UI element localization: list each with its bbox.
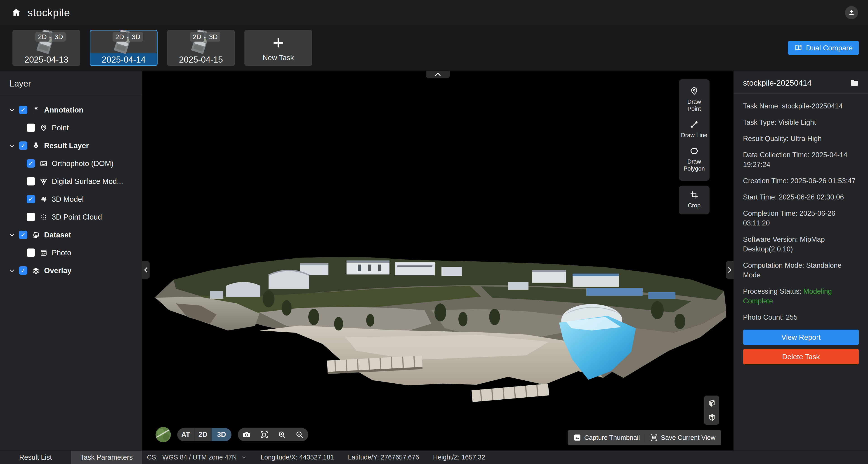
coordinate-system-select[interactable]: CS: WGS 84 / UTM zone 47N	[147, 454, 247, 461]
image-icon	[39, 159, 48, 168]
mode-2d-button[interactable]: 2D	[194, 428, 212, 441]
crop-button[interactable]: Crop	[688, 189, 701, 211]
user-avatar[interactable]	[845, 6, 858, 19]
cs-label: CS:	[147, 454, 158, 461]
checkbox-orthophoto[interactable]: ✓	[27, 159, 35, 168]
layer-row-photo: ✓ Photo	[0, 244, 142, 262]
photo-icon	[39, 248, 48, 257]
task-name-row: Task Name: stockpile-20250414	[743, 101, 859, 111]
layer-row-result-layer: ✓ Result Layer	[0, 137, 142, 155]
layer-panel-title: Layer	[0, 71, 142, 95]
draw-line-icon	[690, 120, 699, 129]
data-collection-row: Data Collection Time: 2025-04-14 19:27:2…	[743, 150, 859, 169]
tab-task-parameters[interactable]: Task Parameters	[71, 451, 142, 464]
zoom-in-button[interactable]	[273, 428, 291, 441]
processing-status-row: Processing Status: Modeling Complete	[743, 287, 859, 306]
zoom-out-button[interactable]	[291, 428, 308, 441]
new-task-button[interactable]: + New Task	[244, 30, 312, 66]
chevron-down-icon[interactable]	[8, 107, 16, 113]
task-details-panel: stockpile-20250414 Task Name: stockpile-…	[734, 71, 868, 451]
creation-time-row: Creation Time: 2025-06-26 01:53:47	[743, 176, 859, 186]
delete-task-button[interactable]: Delete Task	[743, 349, 859, 364]
completion-time-row: Completion Time: 2025-06-26 03:11:20	[743, 208, 859, 228]
task-thumbnail: 2D 3D	[167, 30, 235, 53]
layer-row-point-cloud: ✓ 3D Point Cloud	[0, 208, 142, 226]
checkbox-point[interactable]: ✓	[27, 124, 35, 132]
layer-row-dataset: ✓ Dataset	[0, 226, 142, 244]
task-date: 2025-04-14	[90, 53, 158, 66]
dual-compare-button[interactable]: Dual Compare	[788, 41, 859, 55]
checkbox-overlay[interactable]: ✓	[19, 266, 27, 275]
task-card-2025-04-15[interactable]: 2D 3D 2025-04-15	[167, 30, 235, 66]
plus-icon: +	[273, 34, 284, 51]
save-current-view-button[interactable]: Save Current View	[650, 434, 715, 441]
badge-2d[interactable]: 2D	[113, 32, 127, 41]
longitude-readout: Longitude/X: 443527.181	[260, 454, 334, 461]
layer-panel: Layer ✓ Annotation ✓ Point	[0, 71, 142, 451]
mode-at-button[interactable]: AT	[177, 428, 194, 441]
fit-view-button[interactable]	[255, 428, 273, 441]
minimap-thumbnail[interactable]	[156, 427, 171, 442]
draw-point-button[interactable]: Draw Point	[680, 84, 708, 117]
computation-mode-row: Computation Mode: Standalone Mode	[743, 261, 859, 280]
layer-tree: ✓ Annotation ✓ Point ✓	[0, 95, 142, 279]
badge-3d[interactable]: 3D	[52, 32, 66, 41]
checkbox-dataset[interactable]: ✓	[19, 231, 27, 239]
draw-polygon-button[interactable]: Draw Polygon	[680, 143, 708, 177]
layer-row-3d-model: ✓ 3D Model	[0, 190, 142, 208]
checkbox-result-layer[interactable]: ✓	[19, 141, 27, 150]
chevron-right-icon	[727, 267, 732, 273]
layer-row-annotation: ✓ Annotation	[0, 101, 142, 119]
medal-icon	[31, 141, 40, 150]
task-card-2025-04-13[interactable]: 2D 3D 2025-04-13	[12, 30, 80, 66]
chevron-down-icon[interactable]	[8, 142, 16, 149]
viewer-action-group	[238, 428, 308, 441]
checkbox-photo[interactable]: ✓	[27, 248, 35, 257]
task-date: 2025-04-13	[12, 53, 80, 66]
badge-3d[interactable]: 3D	[129, 32, 143, 41]
layer-row-overlay: ✓ Overlay	[0, 262, 142, 279]
badge-3d[interactable]: 3D	[206, 32, 220, 41]
badge-2d[interactable]: 2D	[190, 32, 204, 41]
folder-icon[interactable]	[850, 78, 859, 88]
height-readout: Height/Z: 1657.32	[433, 454, 485, 461]
view-cube-panel	[704, 396, 719, 425]
task-card-2025-04-14-selected[interactable]: 2D 3D 2025-04-14	[90, 30, 158, 66]
viewer-toolbar: AT 2D 3D	[156, 427, 308, 442]
tab-result-list[interactable]: Result List	[0, 451, 71, 464]
photos-stack-icon	[31, 230, 40, 239]
checkbox-dsm[interactable]: ✓	[27, 177, 35, 186]
cube-view-top-button[interactable]	[704, 396, 719, 410]
chevron-down-icon[interactable]	[8, 267, 16, 274]
layers-icon	[31, 266, 40, 275]
collapse-right-handle[interactable]	[726, 261, 734, 279]
top-bar: stockpile	[0, 0, 868, 25]
collapse-left-handle[interactable]	[142, 261, 150, 279]
zoom-in-icon	[278, 431, 286, 439]
home-icon[interactable]	[10, 6, 23, 19]
draw-polygon-icon	[690, 146, 699, 156]
screenshot-button[interactable]	[238, 428, 255, 441]
checkbox-3d-model[interactable]: ✓	[27, 195, 35, 203]
cube-view-side-button[interactable]	[704, 410, 719, 425]
latitude-readout: Latitude/Y: 2767657.676	[348, 454, 419, 461]
mode-3d-button[interactable]: 3D	[212, 428, 231, 441]
draw-line-button[interactable]: Draw Line	[681, 117, 707, 143]
3d-viewport[interactable]: Draw Point Draw Line Draw Polygon Crop	[142, 71, 734, 451]
surface-model-icon	[39, 177, 48, 186]
camera-icon	[242, 430, 251, 439]
chevron-left-icon	[144, 267, 148, 273]
badge-2d[interactable]: 2D	[35, 32, 49, 41]
map-pin-icon	[39, 123, 48, 132]
task-thumbnail: 2D 3D	[90, 30, 158, 53]
checkbox-point-cloud[interactable]: ✓	[27, 213, 35, 221]
collapse-top-handle[interactable]	[426, 71, 450, 78]
layer-row-dsm: ✓ Digital Surface Mod...	[0, 172, 142, 190]
view-report-button[interactable]: View Report	[743, 330, 859, 345]
crop-icon	[690, 191, 699, 199]
capture-thumbnail-button[interactable]: Capture Thumbnail	[574, 434, 640, 441]
chevron-up-icon	[434, 72, 441, 77]
checkbox-annotation[interactable]: ✓	[19, 106, 27, 114]
chevron-down-icon[interactable]	[8, 232, 16, 238]
point-cloud-icon	[39, 212, 48, 222]
